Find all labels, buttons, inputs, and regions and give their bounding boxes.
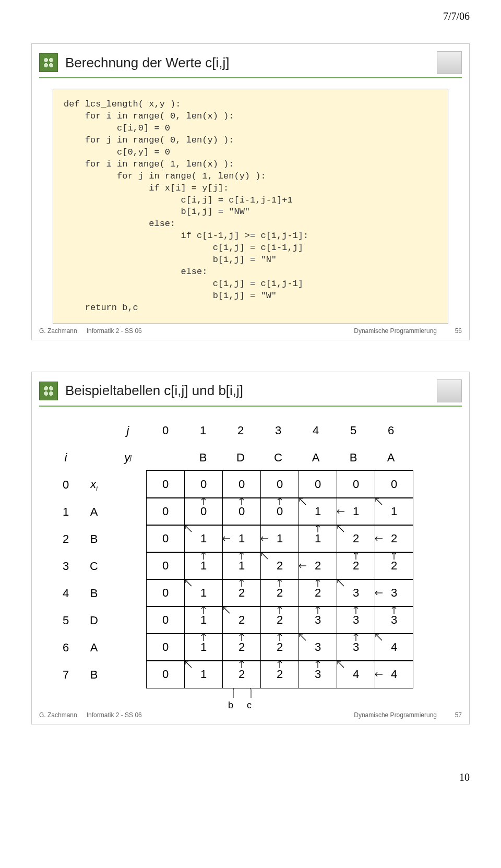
arrow-left-icon <box>298 563 307 569</box>
table-cell: 3 <box>299 660 337 688</box>
arrow-diag-icon <box>184 578 193 588</box>
table-row: 0xi0000000 <box>53 471 448 498</box>
row-letter: A <box>79 505 109 519</box>
row-letter: B <box>79 532 109 546</box>
table-row: 3C0112222 <box>53 553 448 580</box>
row-idx: 7 <box>53 668 79 682</box>
table-cell: 3 <box>299 633 337 661</box>
table-cell: 0 <box>146 660 185 688</box>
row-idx: 3 <box>53 560 79 573</box>
table-cell: 3 <box>375 606 413 634</box>
svg-line-22 <box>338 580 344 586</box>
table-cell: 0 <box>146 633 185 661</box>
footer-pagenum: 57 <box>446 711 462 719</box>
table-header-j: j 0 1 2 3 4 5 6 <box>53 417 448 444</box>
table-cell: 1 <box>299 497 337 526</box>
table-cell: 0 <box>222 497 261 526</box>
slide1-header: Berechnung der Werte c[i,j] <box>32 44 469 77</box>
table-cell: 0 <box>184 497 223 526</box>
row-idx: 2 <box>53 532 79 546</box>
table-cell: 3 <box>299 606 337 634</box>
table-cell: 0 <box>337 470 375 498</box>
svg-line-14 <box>261 553 268 559</box>
table-cell: 2 <box>375 525 413 553</box>
row-letter: B <box>79 587 109 600</box>
arrow-left-icon <box>374 671 384 677</box>
arrow-diag-icon <box>374 633 384 642</box>
table-body: 0xi00000001A00001112B01111223C01122224B0… <box>53 471 448 688</box>
slide2-header: Beispieltabellen c[i,j] und b[i,j] <box>32 372 469 406</box>
table-cell: 0 <box>260 497 299 526</box>
table-cell: 3 <box>375 579 413 607</box>
divider <box>39 77 462 78</box>
hint-arrow-b-icon <box>229 688 237 701</box>
table-cell: 1 <box>260 525 299 553</box>
table-row: 6A0122334 <box>53 634 448 661</box>
table-cell: 1 <box>222 552 261 580</box>
svg-line-5 <box>376 498 382 505</box>
slide1-title: Berechnung der Werte c[i,j] <box>65 55 230 71</box>
table-cell: 2 <box>299 552 337 580</box>
table-cell: 0 <box>146 606 185 634</box>
arrow-left-icon <box>374 590 384 596</box>
hint-b: b <box>228 700 233 711</box>
arrow-diag-icon <box>222 605 231 615</box>
col-idx: 0 <box>147 417 184 444</box>
table-cell: 2 <box>260 552 299 580</box>
table-row: 2B0111122 <box>53 526 448 553</box>
table-cell: 2 <box>260 660 299 688</box>
col-idx: 3 <box>259 417 297 444</box>
svg-line-40 <box>338 661 344 668</box>
table-cell: 2 <box>337 525 375 553</box>
arrow-diag-icon <box>336 578 345 588</box>
col-i-label: i <box>53 451 79 465</box>
table-cell: 2 <box>222 579 261 607</box>
svg-line-35 <box>376 634 382 640</box>
table-cell: 0 <box>299 470 337 498</box>
slide2-footer: G. Zachmann Informatik 2 - SS 06 Dynamis… <box>32 711 469 719</box>
svg-line-25 <box>223 607 230 613</box>
slide2-title: Beispieltabellen c[i,j] und b[i,j] <box>65 383 243 399</box>
arrow-left-icon <box>336 508 345 515</box>
table-cell: 2 <box>337 552 375 580</box>
svg-line-3 <box>300 498 306 505</box>
slide1-footer: G. Zachmann Informatik 2 - SS 06 Dynamis… <box>32 327 469 335</box>
svg-line-33 <box>300 634 306 640</box>
table-cell: 4 <box>337 660 375 688</box>
table-cell: 3 <box>337 606 375 634</box>
arrow-diag-icon <box>184 660 193 669</box>
table-row: 5D0122333 <box>53 607 448 634</box>
table-cell: 0 <box>222 470 261 498</box>
arrow-diag-icon <box>336 660 345 669</box>
row-letter: D <box>79 614 109 627</box>
col-letter: D <box>222 444 259 471</box>
row-idx: 6 <box>53 641 79 655</box>
footer-author: G. Zachmann <box>39 327 77 335</box>
row-letter: A <box>79 641 109 655</box>
table-cell: 0 <box>146 470 185 498</box>
footer-pagenum: 56 <box>446 327 462 335</box>
bc-hint: b c <box>126 688 448 708</box>
svg-line-10 <box>338 526 344 532</box>
col-idx: 5 <box>335 417 372 444</box>
table-cell: 2 <box>260 579 299 607</box>
table-cell: 1 <box>184 579 223 607</box>
table-cell: 2 <box>375 552 413 580</box>
table-cell: 0 <box>375 470 413 498</box>
table-cell: 0 <box>146 579 185 607</box>
col-yj-label: yj <box>109 444 147 471</box>
table-cell: 1 <box>299 525 337 553</box>
svg-line-36 <box>185 661 192 668</box>
arrow-left-icon <box>374 536 384 542</box>
col-letter: C <box>259 444 297 471</box>
table-cell: 4 <box>375 633 413 661</box>
col-idx: 4 <box>297 417 335 444</box>
footer-topic: Dynamische Programmierung <box>142 711 446 719</box>
slide-1: Berechnung der Werte c[i,j] def lcs_leng… <box>31 43 470 340</box>
arrow-diag-icon <box>336 524 345 533</box>
table-cell: 0 <box>260 470 299 498</box>
col-idx: 2 <box>222 417 259 444</box>
table-cell: 2 <box>299 579 337 607</box>
arrow-diag-icon <box>298 633 307 642</box>
table-cell: 0 <box>146 552 185 580</box>
